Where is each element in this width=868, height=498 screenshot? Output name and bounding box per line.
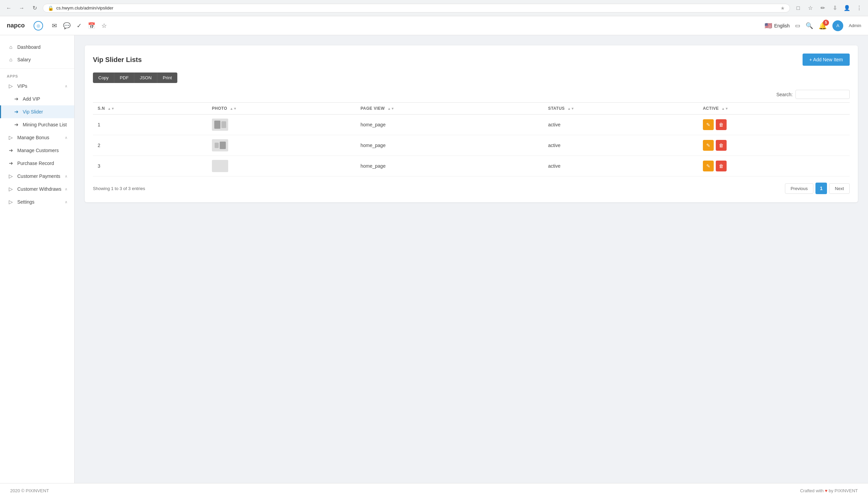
- sort-arrows-pageview: ▲▼: [387, 107, 395, 110]
- sidebar-item-label: Vip Slider: [23, 109, 67, 115]
- extensions-button[interactable]: ✏: [818, 3, 827, 13]
- sidebar-item-customer-withdraws[interactable]: ▷ Customer Withdraws ∧: [0, 183, 74, 196]
- search-label: Search:: [777, 92, 793, 97]
- sidebar-item-mining-purchase[interactable]: ➜ Mining Purchase List: [0, 118, 74, 131]
- sidebar-item-label: Settings: [17, 199, 61, 205]
- top-nav: napco ◎ ✉ 💬 ✓ 📅 ☆ 🇺🇸 English ▭ 🔍 🔔 5 A A…: [0, 16, 868, 35]
- sort-arrows-photo: ▲▼: [230, 107, 237, 110]
- star-icon[interactable]: ☆: [101, 22, 107, 29]
- page-1-button[interactable]: 1: [815, 183, 827, 194]
- sidebar-item-add-vip[interactable]: ➜ Add VIP: [0, 92, 74, 105]
- col-page-view[interactable]: PAGE VIEW ▲▼: [356, 103, 543, 115]
- url-bar: 🔒 cs.hwym.club/admin/vipslider ★: [43, 4, 790, 13]
- sidebar-item-vips[interactable]: ▷ VIPs ∧: [0, 80, 74, 92]
- sort-arrows-status: ▲▼: [567, 107, 574, 110]
- notifications-button[interactable]: 🔔 5: [818, 22, 827, 30]
- json-button[interactable]: JSON: [134, 73, 157, 83]
- delete-button[interactable]: 🗑: [716, 119, 727, 130]
- col-sn[interactable]: S.N ▲▼: [93, 103, 207, 115]
- cell-sn: 3: [93, 156, 207, 176]
- refresh-button[interactable]: ↻: [30, 3, 39, 13]
- edit-button[interactable]: ✎: [703, 119, 714, 130]
- sidebar-item-dashboard[interactable]: ⌂ Dashboard: [0, 41, 74, 53]
- cell-photo: [207, 115, 356, 135]
- sidebar-item-manage-bonus[interactable]: ▷ Manage Bonus ∧: [0, 131, 74, 144]
- pagination: Previous 1 Next: [785, 183, 850, 194]
- cell-photo: [207, 135, 356, 156]
- menu-button[interactable]: ⋮: [854, 3, 864, 13]
- chevron-up-icon: ∧: [65, 187, 67, 192]
- col-active[interactable]: ACTIVE ▲▼: [698, 103, 850, 115]
- sidebar-item-label: Manage Bonus: [17, 135, 61, 140]
- sidebar-item-label: VIPs: [17, 83, 61, 89]
- previous-button[interactable]: Previous: [785, 183, 814, 194]
- profile-button[interactable]: 👤: [842, 3, 852, 13]
- download-button[interactable]: ⇩: [830, 3, 840, 13]
- add-new-item-button[interactable]: + Add New Item: [803, 53, 850, 66]
- url-text: cs.hwym.club/admin/vipslider: [56, 5, 778, 11]
- sidebar-item-vip-slider[interactable]: ➜ Vip Slider: [0, 105, 74, 118]
- sidebar-item-settings[interactable]: ▷ Settings ∧: [0, 196, 74, 208]
- content-card: Vip Slider Lists + Add New Item Copy PDF…: [85, 45, 858, 202]
- cell-active: ✎ 🗑: [698, 135, 850, 156]
- edit-button[interactable]: ✎: [703, 160, 714, 171]
- sidebar-item-salary[interactable]: ⌂ Salary: [0, 53, 74, 66]
- home-icon: ⌂: [8, 44, 14, 50]
- cell-active: ✎ 🗑: [698, 156, 850, 176]
- top-nav-icons: ✉ 💬 ✓ 📅 ☆: [52, 22, 107, 29]
- delete-button[interactable]: 🗑: [716, 160, 727, 171]
- sort-arrows-sn: ▲▼: [107, 107, 115, 110]
- cell-page-view: home_page: [356, 115, 543, 135]
- check-icon[interactable]: ✓: [77, 22, 82, 29]
- table-row: 3 home_page active ✎ 🗑: [93, 156, 850, 176]
- sidebar-divider: [0, 68, 74, 69]
- fullscreen-button[interactable]: ▭: [795, 22, 800, 29]
- copy-button[interactable]: Copy: [93, 73, 114, 83]
- sidebar-item-customer-payments[interactable]: ▷ Customer Payments ∧: [0, 170, 74, 183]
- cell-status: active: [543, 156, 698, 176]
- chevron-up-icon: ∧: [65, 174, 67, 179]
- print-button[interactable]: Print: [157, 73, 177, 83]
- edit-button[interactable]: ✎: [703, 140, 714, 151]
- photo-thumbnail: [212, 139, 228, 152]
- sort-arrows-active: ▲▼: [722, 107, 729, 110]
- back-button[interactable]: ←: [4, 3, 14, 13]
- cell-page-view: home_page: [356, 135, 543, 156]
- chevron-up-icon: ∧: [65, 84, 67, 89]
- forward-button[interactable]: →: [17, 3, 26, 13]
- col-status[interactable]: STATUS ▲▼: [543, 103, 698, 115]
- next-button[interactable]: Next: [829, 183, 850, 194]
- sidebar-item-label: Manage Customers: [17, 148, 67, 153]
- delete-button[interactable]: 🗑: [716, 140, 727, 151]
- action-buttons: ✎ 🗑: [703, 119, 845, 130]
- sidebar-item-manage-customers[interactable]: ➜ Manage Customers: [0, 144, 74, 157]
- target-icon: ◎: [34, 21, 43, 30]
- action-buttons: ✎ 🗑: [703, 140, 845, 151]
- pdf-button[interactable]: PDF: [114, 73, 134, 83]
- sidebar-item-label: Purchase Record: [17, 160, 67, 166]
- chat-icon[interactable]: 💬: [63, 22, 71, 29]
- sidebar-item-label: Customer Withdraws: [17, 186, 61, 192]
- search-bar: Search:: [93, 90, 850, 99]
- language-selector[interactable]: 🇺🇸 English: [765, 22, 790, 29]
- heart-icon: ♥: [825, 488, 829, 493]
- notification-badge: 5: [823, 19, 829, 26]
- table-body: 1 home_page active: [93, 115, 850, 176]
- action-buttons: ✎ 🗑: [703, 160, 845, 171]
- mail-icon[interactable]: ✉: [52, 22, 57, 29]
- search-button[interactable]: 🔍: [806, 22, 813, 29]
- apps-section-label: APPS: [0, 71, 74, 80]
- top-nav-right: 🇺🇸 English ▭ 🔍 🔔 5 A Admin: [765, 20, 861, 31]
- sidebar-item-label: Add VIP: [23, 96, 67, 102]
- screencapture-button[interactable]: □: [793, 3, 803, 13]
- table-row: 1 home_page active: [93, 115, 850, 135]
- bookmark-button[interactable]: ☆: [806, 3, 815, 13]
- col-photo[interactable]: PHOTO ▲▼: [207, 103, 356, 115]
- sidebar-item-purchase-record[interactable]: ➜ Purchase Record: [0, 157, 74, 170]
- chevron-up-icon: ∧: [65, 135, 67, 140]
- admin-avatar[interactable]: A: [832, 20, 843, 31]
- browser-bar: ← → ↻ 🔒 cs.hwym.club/admin/vipslider ★ □…: [0, 0, 868, 16]
- calendar-icon[interactable]: 📅: [88, 22, 95, 29]
- search-input[interactable]: [795, 90, 850, 99]
- cell-active: ✎ 🗑: [698, 115, 850, 135]
